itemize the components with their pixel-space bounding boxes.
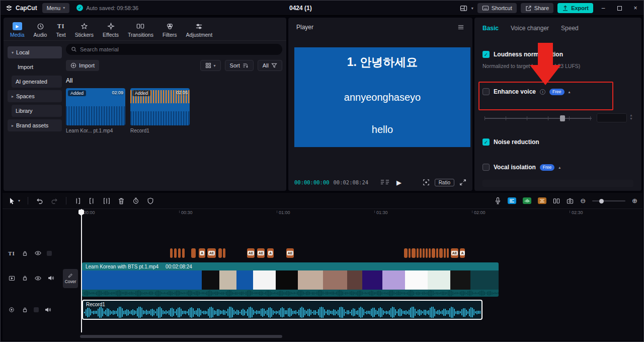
menu-button[interactable]: Menu ▾ xyxy=(42,3,70,13)
text-clip[interactable]: A xyxy=(460,248,465,258)
text-clip[interactable]: AE xyxy=(247,248,255,258)
text-clip[interactable] xyxy=(218,248,222,258)
undo-icon[interactable] xyxy=(36,197,43,204)
sort-button[interactable]: Sort xyxy=(225,60,254,71)
text-clip[interactable] xyxy=(404,248,408,258)
export-button[interactable]: Export xyxy=(557,3,593,13)
filter-all-button[interactable]: All xyxy=(258,60,282,71)
minimize-button[interactable]: – xyxy=(597,1,609,16)
trim-left-icon[interactable] xyxy=(89,197,96,204)
view-mode-button[interactable]: ▾ xyxy=(200,60,221,71)
text-clip[interactable] xyxy=(426,248,428,258)
text-clip[interactable] xyxy=(182,248,185,258)
media-thumbnail[interactable]: Added 02:09 xyxy=(66,88,125,125)
focus-icon[interactable] xyxy=(423,179,430,186)
text-clip[interactable]: AE xyxy=(257,248,265,258)
text-clip[interactable] xyxy=(417,248,419,258)
eye-icon[interactable] xyxy=(34,250,42,256)
zoom-in-icon[interactable]: ⊕ xyxy=(632,197,637,204)
loudness-checkbox[interactable]: ✓ xyxy=(482,51,490,58)
slider-handle[interactable] xyxy=(560,115,565,121)
search-input[interactable] xyxy=(80,46,277,52)
timeline-ruler[interactable]: 00:0000:3001:0001:3002:0002:30 xyxy=(3,209,642,218)
text-clip[interactable]: A xyxy=(267,248,274,258)
snapshot-icon[interactable] xyxy=(567,198,574,204)
shortcut-button[interactable]: Shortcut xyxy=(477,3,517,13)
track-toggle[interactable] xyxy=(47,251,52,256)
tab-adjustment[interactable]: Adjustment xyxy=(183,21,216,39)
eye-icon[interactable] xyxy=(34,276,42,281)
maximize-button[interactable] xyxy=(613,1,625,16)
speaker-icon[interactable] xyxy=(44,307,52,313)
share-button[interactable]: Share xyxy=(521,3,553,13)
enhance-voice-checkbox[interactable] xyxy=(482,88,490,95)
record-voiceover-icon[interactable] xyxy=(495,197,501,204)
sidebar-item-import[interactable]: Import xyxy=(8,61,62,73)
lock-icon[interactable] xyxy=(21,275,29,281)
text-clip[interactable] xyxy=(170,248,173,258)
main-track-toggle-icon[interactable] xyxy=(508,197,516,204)
enhance-value-input[interactable] xyxy=(597,113,627,122)
player-menu-icon[interactable] xyxy=(457,24,464,30)
text-clip[interactable] xyxy=(444,248,446,258)
text-clip[interactable] xyxy=(447,248,449,258)
text-clip[interactable] xyxy=(412,248,416,258)
text-snap-toggle-icon[interactable] xyxy=(538,197,546,204)
audio-snap-toggle-icon[interactable] xyxy=(523,197,531,204)
tab-stickers[interactable]: Stickers xyxy=(71,21,97,39)
lock-icon[interactable] xyxy=(21,250,29,256)
info-icon[interactable]: i xyxy=(540,89,545,95)
split-view-icon[interactable] xyxy=(553,198,560,204)
video-preview[interactable]: 1. 안녕하세요 annyeonghaseyo hello xyxy=(294,47,470,147)
text-clip[interactable]: A xyxy=(199,248,205,258)
timeline-scrollbar[interactable] xyxy=(3,334,642,338)
sidebar-item-library[interactable]: Library xyxy=(12,105,62,117)
search-bar[interactable] xyxy=(66,44,282,55)
tab-basic[interactable]: Basic xyxy=(482,25,499,32)
scrollbar-handle[interactable] xyxy=(80,335,282,338)
text-clip[interactable] xyxy=(436,248,438,258)
speaker-icon[interactable] xyxy=(47,275,55,281)
text-clip[interactable] xyxy=(178,248,181,258)
text-clip[interactable] xyxy=(174,248,177,258)
play-button[interactable]: ▶ xyxy=(396,179,401,186)
vocal-isolation-checkbox[interactable] xyxy=(482,164,490,171)
zoom-out-icon[interactable]: ⊖ xyxy=(580,197,586,204)
zoom-slider-handle[interactable] xyxy=(599,199,604,203)
fullscreen-icon[interactable] xyxy=(459,179,466,186)
text-clip[interactable]: AE xyxy=(207,248,216,258)
media-card[interactable]: Added 02:05 Record1 xyxy=(130,88,190,133)
tab-transitions[interactable]: Transitions xyxy=(124,21,157,39)
sidebar-item-brand-assets[interactable]: ▸ Brand assets xyxy=(8,119,62,131)
select-tool-chevron-icon[interactable]: ▾ xyxy=(18,198,20,203)
text-clip[interactable]: AE xyxy=(286,248,294,258)
freeze-frame-icon[interactable] xyxy=(132,197,139,204)
caption-list-icon[interactable] xyxy=(380,179,389,185)
track-toggle[interactable] xyxy=(34,307,39,312)
mask-icon[interactable] xyxy=(147,197,154,204)
select-tool-icon[interactable] xyxy=(9,197,15,204)
text-clip[interactable] xyxy=(409,248,411,258)
layout-chevron-icon[interactable]: ▾ xyxy=(471,6,473,11)
layout-toggle-icon[interactable] xyxy=(460,5,467,12)
text-clip[interactable] xyxy=(423,248,425,258)
sidebar-item-local[interactable]: ▾ Local xyxy=(8,46,62,58)
delete-icon[interactable] xyxy=(118,197,125,204)
value-stepper[interactable]: ▲▼ xyxy=(629,113,633,120)
noise-reduction-checkbox[interactable]: ✓ xyxy=(482,139,490,146)
audio-clip[interactable]: Record1 xyxy=(82,300,482,320)
tab-media[interactable]: ▶ Media xyxy=(7,21,28,39)
playhead[interactable] xyxy=(81,209,82,332)
sidebar-item-ai-generated[interactable]: AI generated xyxy=(12,76,62,88)
trim-right-icon[interactable] xyxy=(103,197,110,204)
collapse-icon[interactable]: ▴ xyxy=(569,90,571,94)
text-clip[interactable] xyxy=(223,248,225,258)
timeline-zoom-slider[interactable] xyxy=(592,198,625,204)
media-thumbnail[interactable]: Added 02:05 xyxy=(130,88,190,125)
tab-voice-changer[interactable]: Voice changer xyxy=(511,25,549,32)
close-button[interactable]: × xyxy=(629,1,641,16)
text-clip[interactable]: AE xyxy=(451,248,458,258)
text-clip[interactable] xyxy=(432,248,435,258)
text-clip[interactable] xyxy=(429,248,431,258)
import-button[interactable]: Import xyxy=(66,60,99,71)
